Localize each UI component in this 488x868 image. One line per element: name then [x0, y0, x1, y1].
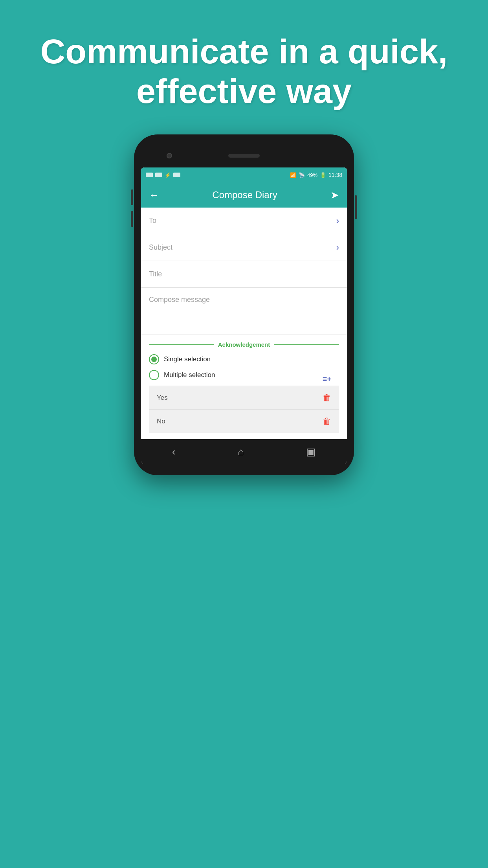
list-add-icon: ≡	[323, 375, 327, 384]
status-left-icons: ⚡	[146, 172, 180, 178]
power-button	[355, 195, 357, 219]
to-label: To	[149, 217, 156, 225]
no-label: No	[157, 417, 165, 425]
volume-down-button	[131, 211, 133, 227]
acknowledgement-header: Acknowledgement	[149, 341, 339, 348]
nav-back-button[interactable]: ‹	[172, 446, 176, 458]
hero-tagline: Communicate in a quick, effective way	[0, 31, 488, 111]
status-right-icons: 📶 📡 49% 🔋 11:38	[290, 172, 342, 178]
radio-group: Single selection Multiple selection ≡ +	[149, 354, 339, 380]
acknowledgement-section: Acknowledgement Single selection Multipl…	[141, 335, 347, 439]
to-chevron-icon: ›	[336, 216, 339, 226]
no-delete-button[interactable]: 🗑	[323, 416, 331, 427]
form-area: To › Subject › Title Compose message	[141, 208, 347, 335]
usb-icon: ⚡	[165, 172, 171, 178]
app-bar-title: Compose Diary	[212, 189, 277, 200]
nav-home-button[interactable]: ⌂	[238, 446, 244, 458]
subject-label: Subject	[149, 243, 172, 252]
single-selection-label: Single selection	[164, 355, 211, 363]
battery-icon: 🔋	[320, 172, 326, 178]
message-placeholder: Compose message	[149, 296, 210, 303]
yes-item-row: Yes 🗑	[149, 386, 339, 409]
multiple-selection-row[interactable]: Multiple selection	[149, 370, 339, 380]
notification-icon	[146, 173, 153, 177]
ack-line-left	[149, 344, 214, 345]
back-button[interactable]: ←	[149, 189, 159, 201]
subject-chevron-icon: ›	[336, 243, 339, 253]
single-selection-row[interactable]: Single selection	[149, 354, 339, 364]
bottom-nav: ‹ ⌂ ▣	[141, 439, 347, 464]
front-camera	[167, 153, 172, 158]
subject-field-row[interactable]: Subject ›	[141, 234, 347, 261]
app-bar: ← Compose Diary ➤	[141, 182, 347, 208]
speaker	[228, 154, 260, 158]
single-selection-radio[interactable]	[149, 354, 159, 364]
no-item-row: No 🗑	[149, 409, 339, 433]
status-bar: ⚡ 📶 📡 49% 🔋 11:38	[141, 167, 347, 182]
android-icon	[173, 173, 180, 177]
clock: 11:38	[328, 172, 342, 178]
phone-screen: ⚡ 📶 📡 49% 🔋 11:38 ← Compose Diary ➤ To ›	[141, 167, 347, 464]
wifi-icon: 📶	[290, 172, 296, 178]
to-field-row[interactable]: To ›	[141, 208, 347, 234]
title-label: Title	[149, 270, 162, 278]
battery-percentage: 49%	[307, 172, 317, 178]
phone-top-bar	[141, 145, 347, 166]
phone-device: ⚡ 📶 📡 49% 🔋 11:38 ← Compose Diary ➤ To ›	[134, 134, 354, 475]
nav-recent-button[interactable]: ▣	[306, 446, 316, 458]
yes-delete-button[interactable]: 🗑	[323, 393, 331, 403]
send-button[interactable]: ➤	[330, 189, 339, 201]
volume-up-button	[131, 189, 133, 205]
message-field[interactable]: Compose message	[141, 288, 347, 335]
plus-icon: +	[327, 375, 331, 383]
ack-line-right	[274, 344, 339, 345]
add-options-button[interactable]: ≡ +	[323, 375, 331, 384]
code-icon	[155, 173, 162, 177]
signal-icon: 📡	[299, 172, 305, 178]
multiple-selection-label: Multiple selection	[164, 371, 215, 379]
yes-label: Yes	[157, 394, 168, 402]
acknowledgement-label: Acknowledgement	[218, 341, 270, 348]
multiple-selection-radio[interactable]	[149, 370, 159, 380]
title-field-row[interactable]: Title	[141, 261, 347, 288]
